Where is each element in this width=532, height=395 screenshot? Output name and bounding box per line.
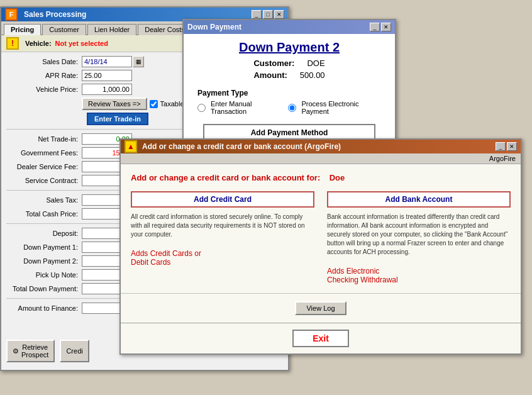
exit-button[interactable]: Exit <box>292 330 349 347</box>
argofire-dialog: ▲ Add or change a credit card or bank ac… <box>119 138 522 355</box>
payment-type-label: Payment Type <box>197 89 381 97</box>
bank-account-section: Add Bank Account Bank account informatio… <box>327 191 511 284</box>
payment-type-section: Payment Type Enter Manual Transaction Pr… <box>194 85 385 119</box>
argofire-minimize-button[interactable]: _ <box>496 142 506 151</box>
date-picker-button[interactable]: ▦ <box>133 56 144 67</box>
argofire-footer: View Log <box>121 293 521 323</box>
view-log-button[interactable]: View Log <box>295 301 346 315</box>
app-logo-icon: F <box>5 8 18 21</box>
manual-transaction-radio[interactable] <box>197 104 206 112</box>
dp-customer-row: Customer: DOE <box>194 58 385 68</box>
review-taxes-button[interactable]: Review Taxes => <box>82 97 147 110</box>
sales-window-title: Sales Processing <box>24 10 86 19</box>
sales-tax-label: Sales Tax: <box>6 196 82 204</box>
dp-heading: Down Payment 2 <box>194 40 385 55</box>
retrieve-label: RetrieveProspect <box>21 343 48 359</box>
pick-up-note-label: Pick Up Note: <box>6 271 82 279</box>
argofire-cards-section: Add Credit Card All credit card informat… <box>131 191 511 284</box>
dp-amount-row: Amount: 500.00 <box>194 70 385 80</box>
net-trade-in-label: Net Trade-in: <box>6 135 82 143</box>
minimize-button[interactable]: _ <box>252 10 262 19</box>
credit-card-annotation: Adds Credit Cards orDebit Cards <box>131 249 314 267</box>
argofire-header-text: Add or change a credit card or bank acco… <box>131 173 320 182</box>
retrieve-prospect-button[interactable]: ⚙ RetrieveProspect <box>6 340 55 362</box>
bottom-bar: ⚙ RetrieveProspect Credi <box>1 337 94 365</box>
dp-amount-label: Amount: <box>253 70 287 80</box>
argofire-header: Add or change a credit card or bank acco… <box>131 173 511 182</box>
vehicle-label: Vehicle: <box>25 40 52 47</box>
dp-close-button[interactable]: ✕ <box>381 23 391 31</box>
payment-type-radios: Enter Manual Transaction Process Electro… <box>197 100 381 115</box>
down-payment-1-label: Down Payment 1: <box>6 243 82 251</box>
exit-section: Exit <box>121 323 521 353</box>
taxable-checkbox[interactable] <box>150 100 158 108</box>
tab-customer[interactable]: Customer <box>42 24 86 35</box>
argofire-customer-name: Doe <box>330 173 345 182</box>
add-bank-account-button[interactable]: Add Bank Account <box>327 191 511 208</box>
dp-customer-label: Customer: <box>253 58 294 68</box>
amount-finance-label: Amount to Finance: <box>6 304 82 312</box>
down-payment-window: Down Payment _ ✕ Down Payment 2 Customer… <box>182 19 396 154</box>
credit-card-section: Add Credit Card All credit card informat… <box>131 191 314 284</box>
credit-card-description: All credit card information is stored se… <box>131 213 314 239</box>
maximize-button[interactable]: □ <box>263 10 273 19</box>
deposit-label: Deposit: <box>6 230 82 237</box>
dealer-service-label: Dealer Service Fee: <box>6 163 82 170</box>
dp-window-controls: _ ✕ <box>370 23 391 31</box>
sales-date-input[interactable] <box>82 56 132 67</box>
total-cash-label: Total Cash Price: <box>6 210 82 218</box>
enter-trade-in-button[interactable]: Enter Trade-in <box>87 113 148 125</box>
argofire-body: Add or change a credit card or bank acco… <box>121 164 521 293</box>
tab-pricing[interactable]: Pricing <box>4 24 41 35</box>
argofire-close-button[interactable]: ✕ <box>507 142 517 151</box>
taxable-row: Taxable <box>150 100 184 108</box>
vehicle-warning-icon: ! <box>6 37 19 50</box>
apr-rate-label: APR Rate: <box>6 72 82 79</box>
total-down-label: Total Down Payment: <box>6 285 82 292</box>
taxable-label: Taxable <box>160 100 184 108</box>
dp-minimize-button[interactable]: _ <box>370 23 380 31</box>
credit-button[interactable]: Credi <box>60 340 89 362</box>
add-credit-card-button[interactable]: Add Credit Card <box>131 191 314 208</box>
dp-customer-value: DOE <box>307 58 324 68</box>
sales-window-controls: _ □ ✕ <box>252 10 284 19</box>
tab-lien-holder[interactable]: Lien Holder <box>87 24 136 35</box>
electronic-payment-label: Process Electronic Payment <box>301 100 381 115</box>
bank-account-description: Bank account information is treated diff… <box>327 213 511 257</box>
manual-transaction-label: Enter Manual Transaction <box>211 100 283 115</box>
enter-trade-in-row: Enter Trade-in <box>6 113 195 125</box>
retrieve-icon: ⚙ <box>13 347 19 355</box>
sales-date-label: Sales Date: <box>6 58 82 65</box>
dp-window-title: Down Payment <box>187 23 241 31</box>
electronic-payment-radio[interactable] <box>288 104 296 112</box>
review-taxes-row: Review Taxes => Taxable <box>6 97 195 110</box>
down-payment-2-label: Down Payment 2: <box>6 257 82 265</box>
argofire-title-bar: ▲ Add or change a credit card or bank ac… <box>121 140 521 153</box>
close-button[interactable]: ✕ <box>274 10 284 19</box>
dp-title-bar: Down Payment _ ✕ <box>184 20 395 34</box>
vehicle-value: Not yet selected <box>55 40 108 47</box>
dp-amount-value: 500.00 <box>300 70 325 80</box>
apr-rate-input[interactable] <box>82 70 132 81</box>
apr-rate-row: APR Rate: <box>6 70 195 81</box>
sales-date-row: Sales Date: ▦ <box>6 56 195 67</box>
vehicle-price-label: Vehicle Price: <box>6 86 82 93</box>
govt-fees-label: Government Fees: <box>6 149 82 157</box>
argofire-controls: _ ✕ <box>496 142 517 151</box>
service-contract-label: Service Contract: <box>6 177 82 184</box>
dp-body: Down Payment 2 Customer: DOE Amount: 500… <box>184 34 395 153</box>
argofire-subtitle: ArgoFire <box>121 153 521 164</box>
bank-account-annotation: Adds ElectronicChecking Withdrawal <box>327 267 511 284</box>
vehicle-price-input[interactable] <box>82 84 132 95</box>
argofire-warning-icon: ▲ <box>125 140 137 153</box>
vehicle-price-row: Vehicle Price: <box>6 84 195 95</box>
argofire-window-title: Add or change a credit card or bank acco… <box>142 142 341 151</box>
divider-1 <box>6 129 195 130</box>
